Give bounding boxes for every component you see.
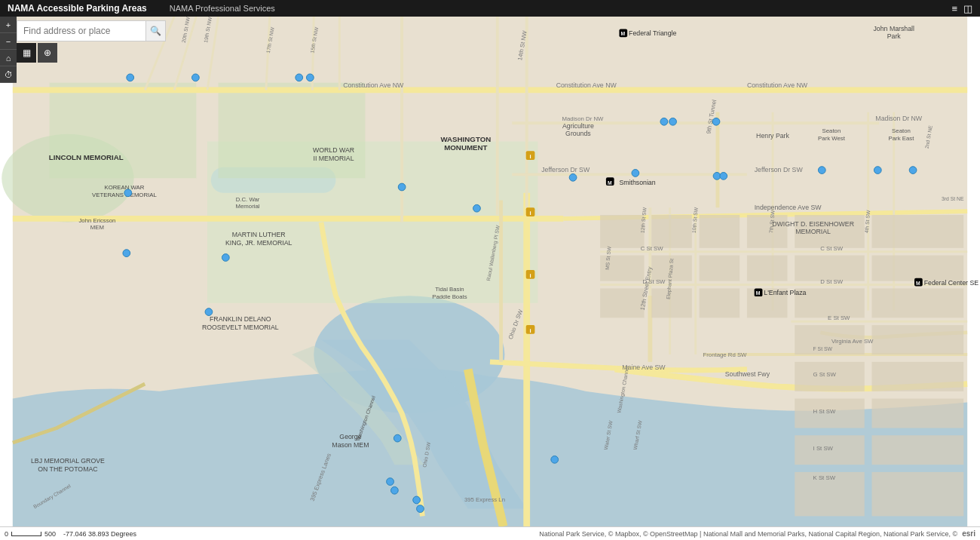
zoom-minus-button[interactable]: − bbox=[0, 33, 17, 50]
svg-text:Constitution Ave NW: Constitution Ave NW bbox=[556, 81, 617, 89]
svg-text:Jefferson Dr SW: Jefferson Dr SW bbox=[755, 167, 804, 174]
svg-text:Tidal Basin: Tidal Basin bbox=[435, 286, 464, 293]
svg-text:MARTIN LUTHER: MARTIN LUTHER bbox=[232, 231, 286, 238]
app-subtitle: NAMA Professional Services bbox=[170, 4, 275, 13]
svg-rect-60 bbox=[872, 435, 964, 465]
svg-rect-41 bbox=[700, 256, 740, 281]
svg-text:L'Enfant Plaza: L'Enfant Plaza bbox=[764, 289, 806, 296]
svg-text:John Ericsson: John Ericsson bbox=[78, 217, 115, 224]
menu-icon[interactable]: ≡ bbox=[951, 3, 957, 14]
layers-icon[interactable]: ◫ bbox=[963, 3, 972, 14]
svg-rect-37 bbox=[700, 215, 740, 248]
svg-text:MONUMENT: MONUMENT bbox=[444, 143, 487, 152]
svg-point-156 bbox=[296, 74, 303, 81]
svg-text:G St SW: G St SW bbox=[813, 371, 837, 378]
top-bar: NAMA Accessible Parking Areas NAMA Profe… bbox=[0, 0, 980, 17]
svg-point-157 bbox=[306, 74, 314, 81]
coordinates: -77.046 38.893 Degrees bbox=[63, 530, 136, 538]
svg-text:D.C. War: D.C. War bbox=[236, 196, 260, 203]
svg-point-155 bbox=[192, 74, 200, 81]
svg-rect-35 bbox=[600, 215, 644, 248]
svg-rect-52 bbox=[872, 288, 964, 318]
svg-text:II MEMORIAL: II MEMORIAL bbox=[314, 155, 354, 162]
svg-text:Grounds: Grounds bbox=[565, 130, 591, 137]
svg-point-174 bbox=[394, 434, 401, 442]
svg-text:395 Express Ln: 395 Express Ln bbox=[464, 496, 505, 503]
svg-text:M: M bbox=[916, 281, 920, 286]
svg-text:LBJ MEMORIAL GROVE: LBJ MEMORIAL GROVE bbox=[31, 457, 105, 465]
svg-point-154 bbox=[127, 74, 134, 81]
search-button[interactable]: 🔍 bbox=[145, 21, 165, 41]
svg-rect-46 bbox=[872, 256, 964, 281]
svg-rect-6 bbox=[219, 83, 366, 179]
scale-label: 0 bbox=[5, 530, 8, 538]
svg-point-172 bbox=[874, 167, 881, 174]
svg-text:George: George bbox=[339, 433, 361, 440]
svg-rect-62 bbox=[872, 472, 964, 516]
svg-text:C St SW: C St SW bbox=[641, 245, 663, 252]
svg-text:D St SW: D St SW bbox=[820, 278, 843, 285]
svg-rect-42 bbox=[747, 256, 788, 281]
svg-point-158 bbox=[124, 189, 132, 197]
svg-text:3rd St NE: 3rd St NE bbox=[942, 196, 964, 201]
time-slider-button[interactable]: ⏱ bbox=[0, 66, 17, 83]
svg-text:ON THE POTOMAC: ON THE POTOMAC bbox=[38, 465, 97, 473]
svg-rect-47 bbox=[600, 288, 644, 318]
svg-text:Federal Triangle: Federal Triangle bbox=[629, 29, 676, 37]
svg-text:Memorial: Memorial bbox=[236, 203, 260, 210]
search-bar: 🔍 bbox=[17, 20, 166, 41]
attribution-text: National Park Service, © Mapbox, © OpenS… bbox=[539, 530, 957, 538]
svg-text:WORLD WAR: WORLD WAR bbox=[313, 146, 354, 154]
svg-point-162 bbox=[398, 183, 406, 191]
svg-rect-58 bbox=[872, 399, 964, 428]
svg-text:MEM: MEM bbox=[90, 224, 104, 231]
svg-rect-56 bbox=[872, 362, 964, 391]
svg-text:i: i bbox=[529, 272, 531, 279]
svg-text:Smithsonian: Smithsonian bbox=[619, 179, 655, 186]
esri-logo: esri bbox=[962, 529, 975, 538]
svg-point-169 bbox=[713, 173, 721, 180]
svg-text:K St SW: K St SW bbox=[813, 474, 836, 481]
search-input[interactable] bbox=[17, 21, 145, 41]
home-button[interactable]: ⌂ bbox=[0, 50, 17, 66]
top-bar-icons: ≡ ◫ bbox=[951, 3, 972, 14]
svg-text:KOREAN WAR: KOREAN WAR bbox=[104, 184, 144, 191]
map-container[interactable]: Constitution Ave NW Constitution Ave NW … bbox=[0, 17, 980, 526]
svg-text:C St SW: C St SW bbox=[820, 245, 843, 252]
svg-rect-44 bbox=[872, 215, 964, 248]
svg-text:Park West: Park West bbox=[818, 135, 846, 142]
svg-text:I St SW: I St SW bbox=[813, 445, 834, 452]
scale-bar: 0 500 bbox=[5, 530, 56, 538]
map-view-button[interactable]: ▦ bbox=[17, 43, 36, 63]
svg-point-161 bbox=[205, 308, 213, 316]
svg-text:H St SW: H St SW bbox=[813, 408, 836, 415]
zoom-plus-button[interactable]: + bbox=[0, 17, 17, 33]
svg-text:Mason MEM: Mason MEM bbox=[332, 441, 369, 449]
svg-rect-48 bbox=[651, 288, 692, 318]
svg-point-167 bbox=[669, 118, 677, 125]
svg-text:Seaton: Seaton bbox=[892, 127, 911, 134]
svg-text:i: i bbox=[529, 153, 531, 160]
svg-text:Constitution Ave NW: Constitution Ave NW bbox=[343, 81, 404, 89]
feature-layer-button[interactable]: ⊕ bbox=[38, 43, 57, 63]
svg-rect-49 bbox=[700, 288, 740, 318]
svg-point-168 bbox=[712, 118, 720, 125]
svg-point-170 bbox=[720, 173, 727, 180]
svg-point-171 bbox=[818, 167, 825, 174]
app-title: NAMA Accessible Parking Areas bbox=[8, 3, 147, 14]
svg-text:Jefferson Dr SW: Jefferson Dr SW bbox=[541, 167, 590, 174]
scale-value: 500 bbox=[44, 530, 56, 538]
svg-text:Southwest Fwy: Southwest Fwy bbox=[725, 370, 770, 378]
svg-rect-45 bbox=[795, 256, 865, 281]
svg-text:DWIGHT D. EISENHOWER: DWIGHT D. EISENHOWER bbox=[772, 220, 854, 228]
svg-text:i: i bbox=[529, 210, 531, 216]
svg-text:Frontage Rd SW: Frontage Rd SW bbox=[703, 351, 747, 358]
scale-line bbox=[11, 532, 41, 536]
svg-text:Federal Center SE: Federal Center SE bbox=[924, 279, 979, 287]
svg-rect-36 bbox=[651, 215, 692, 248]
svg-point-159 bbox=[123, 250, 130, 257]
svg-text:MEMORIAL: MEMORIAL bbox=[795, 228, 831, 235]
svg-text:M: M bbox=[620, 31, 625, 36]
svg-text:Agriculture: Agriculture bbox=[562, 122, 594, 130]
svg-point-179 bbox=[551, 456, 559, 463]
